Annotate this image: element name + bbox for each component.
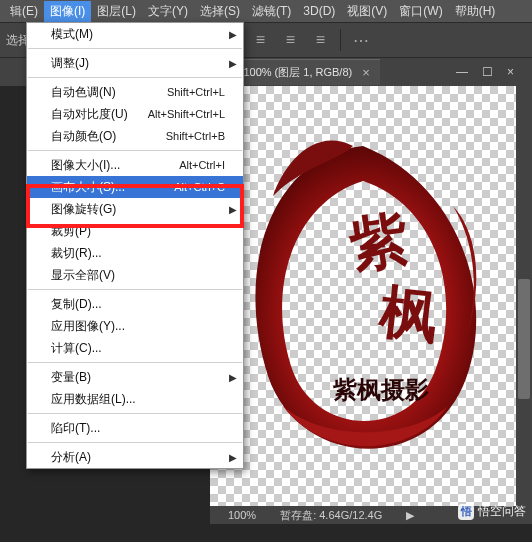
menu-3d[interactable]: 3D(D) [297, 2, 341, 20]
menu-crop[interactable]: 裁剪(P) [27, 220, 243, 242]
submenu-arrow-icon: ▶ [229, 58, 237, 69]
menu-window[interactable]: 窗口(W) [393, 1, 448, 22]
menu-image-size[interactable]: 图像大小(I)...Alt+Ctrl+I [27, 154, 243, 176]
distribute-space-icon[interactable]: ≡ [307, 27, 333, 53]
submenu-arrow-icon: ▶ [229, 452, 237, 463]
svg-text:紫: 紫 [345, 205, 412, 278]
menu-image[interactable]: 图像(I) [44, 1, 91, 22]
menu-canvas-size[interactable]: 画布大小(S)...Alt+Ctrl+C [27, 176, 243, 198]
menu-trim[interactable]: 裁切(R)... [27, 242, 243, 264]
scratch-disk: 暂存盘: 4.64G/12.4G [280, 508, 382, 523]
window-close-icon[interactable]: × [507, 65, 514, 79]
menu-edit[interactable]: 辑(E) [4, 1, 44, 22]
menu-apply-dataset[interactable]: 应用数据组(L)... [27, 388, 243, 410]
menu-trap[interactable]: 陷印(T)... [27, 417, 243, 439]
canvas[interactable]: 紫 枫 紫枫摄影 [210, 86, 516, 506]
chevron-right-icon[interactable]: ▶ [406, 509, 414, 522]
logo-caption: 紫枫摄影 [333, 374, 429, 406]
menu-view[interactable]: 视图(V) [341, 1, 393, 22]
menu-reveal-all[interactable]: 显示全部(V) [27, 264, 243, 286]
artwork: 紫 枫 [210, 86, 516, 506]
zoom-level[interactable]: 100% [218, 509, 256, 521]
canvas-area: 紫 枫 紫枫摄影 100% 暂存盘: 4.64G/12.4G ▶ [210, 86, 516, 524]
menu-calculations[interactable]: 计算(C)... [27, 337, 243, 359]
more-icon[interactable]: ⋯ [348, 27, 374, 53]
distribute-v-icon[interactable]: ≡ [277, 27, 303, 53]
svg-text:枫: 枫 [375, 278, 441, 349]
watermark-icon: 悟 [458, 504, 474, 520]
menu-image-rotation[interactable]: 图像旋转(G)▶ [27, 198, 243, 220]
menu-bar: 辑(E) 图像(I) 图层(L) 文字(Y) 选择(S) 滤镜(T) 3D(D)… [0, 0, 532, 22]
watermark: 悟 悟空问答 [458, 503, 526, 520]
window-maximize-icon[interactable]: ☐ [482, 65, 493, 79]
vertical-scrollbar[interactable] [516, 86, 532, 524]
window-minimize-icon[interactable]: — [456, 65, 468, 79]
menu-adjustments[interactable]: 调整(J)▶ [27, 52, 243, 74]
menu-analysis[interactable]: 分析(A)▶ [27, 446, 243, 468]
submenu-arrow-icon: ▶ [229, 204, 237, 215]
menu-help[interactable]: 帮助(H) [449, 1, 502, 22]
menu-variables[interactable]: 变量(B)▶ [27, 366, 243, 388]
menu-duplicate[interactable]: 复制(D)... [27, 293, 243, 315]
menu-mode[interactable]: 模式(M)▶ [27, 23, 243, 45]
distribute-h-icon[interactable]: ≡ [247, 27, 273, 53]
menu-auto-color[interactable]: 自动颜色(O)Shift+Ctrl+B [27, 125, 243, 147]
menu-auto-tone[interactable]: 自动色调(N)Shift+Ctrl+L [27, 81, 243, 103]
image-menu-dropdown: 模式(M)▶ 调整(J)▶ 自动色调(N)Shift+Ctrl+L 自动对比度(… [26, 22, 244, 469]
menu-apply-image[interactable]: 应用图像(Y)... [27, 315, 243, 337]
close-icon[interactable]: × [362, 65, 370, 80]
scrollbar-thumb[interactable] [518, 279, 530, 399]
watermark-text: 悟空问答 [478, 503, 526, 520]
submenu-arrow-icon: ▶ [229, 29, 237, 40]
submenu-arrow-icon: ▶ [229, 372, 237, 383]
menu-type[interactable]: 文字(Y) [142, 1, 194, 22]
menu-layer[interactable]: 图层(L) [91, 1, 142, 22]
menu-select[interactable]: 选择(S) [194, 1, 246, 22]
menu-filter[interactable]: 滤镜(T) [246, 1, 297, 22]
menu-auto-contrast[interactable]: 自动对比度(U)Alt+Shift+Ctrl+L [27, 103, 243, 125]
